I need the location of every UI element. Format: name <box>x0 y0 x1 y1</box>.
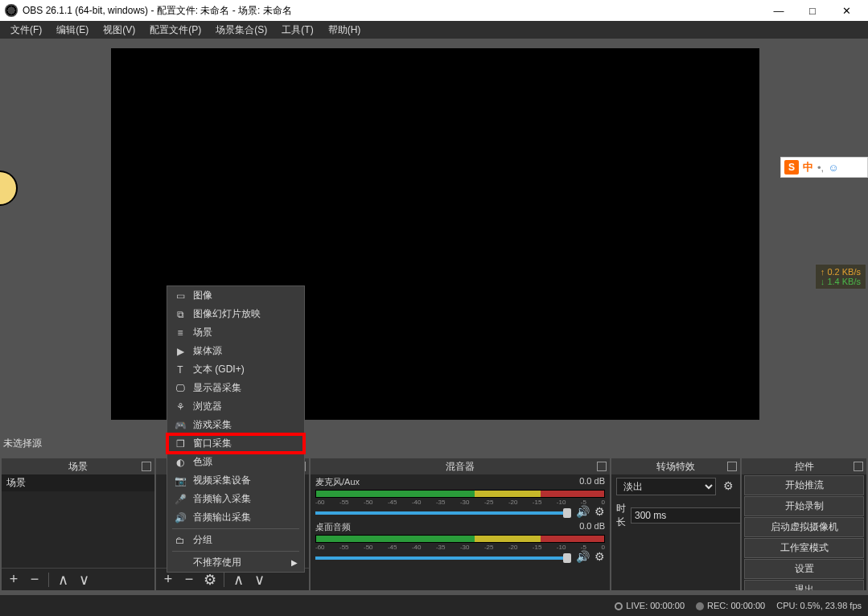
mute-icon[interactable]: 🔊 <box>576 550 590 563</box>
mixer-channel-mic: 麦克风/Aux 0.0 dB -60-55-50-45-40-35-30-25-… <box>311 474 610 519</box>
menu-item-deprecated[interactable]: 不推荐使用▶ <box>167 553 304 572</box>
menu-item-group[interactable]: 🗀分组 <box>167 531 304 549</box>
slider-thumb[interactable] <box>563 553 571 563</box>
close-button[interactable]: ✕ <box>829 0 863 21</box>
transitions-header: 转场特效 <box>611 458 740 474</box>
duration-input[interactable] <box>631 507 740 524</box>
menu-item-audio-output[interactable]: 🔊音频输出采集 <box>167 508 304 527</box>
popout-icon[interactable] <box>597 462 607 471</box>
menu-item-browser[interactable]: ⚘浏览器 <box>167 397 304 416</box>
mixer-header: 混音器 <box>311 458 610 474</box>
transitions-panel: 转场特效 淡出 ⚙ 时长 ▲▼ <box>611 458 740 590</box>
add-scene-button[interactable]: + <box>5 571 23 588</box>
maximize-button[interactable]: □ <box>796 0 829 21</box>
ime-zh-label: 中 <box>803 160 813 175</box>
menu-item-display-capture[interactable]: 🖵显示器采集 <box>167 379 304 397</box>
menu-item-audio-input[interactable]: 🎤音频输入采集 <box>167 490 304 508</box>
window-title: OBS 26.1.1 (64-bit, windows) - 配置文件: 未命名… <box>23 4 762 18</box>
ime-indicator[interactable]: S 中 •, ☺ <box>780 157 868 178</box>
popout-icon[interactable] <box>142 462 151 471</box>
menu-item-video-capture[interactable]: 📷视频采集设备 <box>167 471 304 490</box>
window-controls: — □ ✕ <box>762 0 863 21</box>
gear-icon[interactable]: ⚙ <box>721 479 735 494</box>
menu-tools[interactable]: 工具(T) <box>274 21 320 39</box>
add-source-button[interactable]: + <box>159 571 177 588</box>
speaker-icon: 🔊 <box>174 511 187 524</box>
app-icon <box>5 4 18 17</box>
source-down-button[interactable]: ∨ <box>250 571 268 589</box>
studio-mode-button[interactable]: 工作室模式 <box>744 538 864 558</box>
menu-edit[interactable]: 编辑(E) <box>49 21 96 39</box>
menu-item-text[interactable]: T文本 (GDI+) <box>167 360 304 379</box>
scene-down-button[interactable]: ∨ <box>75 571 93 589</box>
slider-thumb[interactable] <box>563 508 571 518</box>
source-up-button[interactable]: ∧ <box>229 571 247 589</box>
start-stream-button[interactable]: 开始推流 <box>744 475 864 495</box>
mixer-mic-meter <box>315 490 605 498</box>
menu-scene-collection[interactable]: 场景集合(S) <box>208 21 274 39</box>
scenes-header: 场景 <box>2 458 154 474</box>
window-icon: ❐ <box>174 437 187 450</box>
image-icon: ▭ <box>174 290 187 302</box>
text-icon: T <box>174 363 187 376</box>
mixer-ticks: -60-55-50-45-40-35-30-25-20-15-10-50 <box>315 544 605 550</box>
menu-item-color-source[interactable]: ◐色源 <box>167 453 304 471</box>
controls-body: 开始推流 开始录制 启动虚拟摄像机 工作室模式 设置 退出 <box>742 474 866 590</box>
popout-icon[interactable] <box>854 462 863 471</box>
ime-emoji-icon: ☺ <box>828 162 838 174</box>
minimize-button[interactable]: — <box>762 0 796 21</box>
popout-icon[interactable] <box>727 462 737 471</box>
mixer-desktop-slider[interactable] <box>315 556 571 560</box>
mic-icon: 🎤 <box>174 493 187 506</box>
menu-item-slideshow[interactable]: ⧉图像幻灯片放映 <box>167 305 304 323</box>
duration-label: 时长 <box>616 502 626 529</box>
scene-up-button[interactable]: ∧ <box>54 571 72 589</box>
settings-button[interactable]: 设置 <box>744 559 864 579</box>
start-record-button[interactable]: 开始录制 <box>744 496 864 516</box>
separator <box>224 573 224 587</box>
scenes-title: 场景 <box>68 460 88 474</box>
menu-item-media[interactable]: ▶媒体源 <box>167 342 304 360</box>
menu-file[interactable]: 文件(F) <box>3 21 49 39</box>
scene-item-label: 场景 <box>6 476 26 490</box>
transition-select[interactable]: 淡出 <box>616 478 716 495</box>
gear-icon[interactable]: ⚙ <box>594 550 605 563</box>
slideshow-icon: ⧉ <box>174 308 187 321</box>
scenes-list: 场景 <box>2 474 154 568</box>
ime-logo-icon: S <box>784 160 799 175</box>
remove-scene-button[interactable]: − <box>26 571 43 588</box>
mixer-ticks: -60-55-50-45-40-35-30-25-20-15-10-50 <box>315 499 605 505</box>
ime-punct-label: •, <box>817 162 824 174</box>
monitor-icon: 🖵 <box>174 382 187 395</box>
gear-icon[interactable]: ⚙ <box>594 505 605 518</box>
menu-help[interactable]: 帮助(H) <box>321 21 368 39</box>
controls-title: 控件 <box>795 460 814 474</box>
mute-icon[interactable]: 🔊 <box>576 505 590 518</box>
network-speed-overlay: ↑ 0.2 KB/s ↓ 1.4 KB/s <box>815 264 866 290</box>
menu-item-game-capture[interactable]: 🎮游戏采集 <box>167 416 304 434</box>
mixer-panel: 混音器 麦克风/Aux 0.0 dB -60-55-50-45-40-35-30… <box>311 458 610 590</box>
status-cpu: CPU: 0.5%, 23.98 fps <box>776 601 862 610</box>
globe-icon: ⚘ <box>174 400 187 413</box>
menu-item-window-capture[interactable]: ❐窗口采集 <box>167 434 304 453</box>
menu-item-image[interactable]: ▭图像 <box>167 286 304 305</box>
scenes-panel: 场景 场景 + − ∧ ∨ <box>2 458 154 590</box>
start-virtualcam-button[interactable]: 启动虚拟摄像机 <box>744 517 864 537</box>
gamepad-icon: 🎮 <box>174 419 187 432</box>
transitions-title: 转场特效 <box>656 460 695 474</box>
upload-speed: ↑ 0.2 KB/s <box>821 267 861 277</box>
color-icon: ◐ <box>174 456 187 469</box>
remove-source-button[interactable]: − <box>180 571 198 588</box>
source-properties-button[interactable]: ⚙ <box>201 571 219 589</box>
mixer-mic-slider[interactable] <box>315 511 571 515</box>
menu-view[interactable]: 视图(V) <box>96 21 142 39</box>
add-source-menu: ▭图像 ⧉图像幻灯片放映 ≡场景 ▶媒体源 T文本 (GDI+) 🖵显示器采集 … <box>167 285 305 573</box>
exit-button[interactable]: 退出 <box>744 580 864 590</box>
mixer-desktop-db: 0.0 dB <box>579 521 605 533</box>
menu-profile[interactable]: 配置文件(P) <box>142 21 208 39</box>
menu-item-scene[interactable]: ≡场景 <box>167 323 304 342</box>
menubar: 文件(F) 编辑(E) 视图(V) 配置文件(P) 场景集合(S) 工具(T) … <box>0 21 868 39</box>
scene-item[interactable]: 场景 <box>2 474 154 491</box>
status-live: LIVE: 00:00:00 <box>615 601 685 610</box>
transitions-body: 淡出 ⚙ 时长 ▲▼ <box>611 474 740 590</box>
